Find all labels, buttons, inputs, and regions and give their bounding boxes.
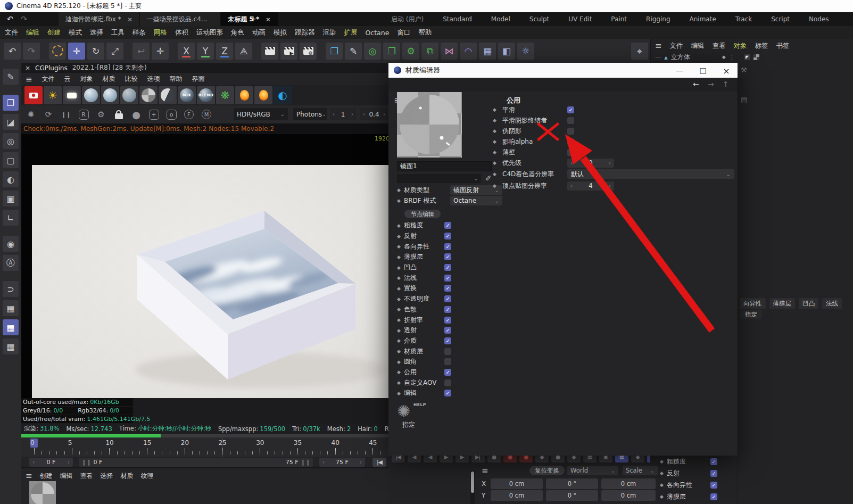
visibility-dots-icon[interactable] (729, 54, 735, 61)
material-channel-row[interactable]: 反射 (397, 231, 487, 242)
workspace-tab[interactable]: UV Edit (568, 15, 592, 23)
visibility-dot-icon[interactable] (722, 54, 726, 60)
add-deformer-button[interactable] (402, 43, 419, 60)
material-channel-row[interactable]: 折射率 (397, 315, 487, 325)
channel-checkbox[interactable] (710, 470, 717, 477)
rotate-tool-button[interactable] (87, 43, 104, 60)
channel-checkbox[interactable] (710, 458, 717, 465)
redo-button[interactable] (23, 43, 40, 60)
texture-tag-icon[interactable] (753, 54, 759, 60)
workspace-tab[interactable]: Nodes (809, 15, 829, 23)
document-tab[interactable]: 一些场景摆设品.c4... (140, 12, 221, 26)
assign-label[interactable]: 指定 (402, 420, 415, 429)
object-manager-menu-item[interactable]: 查看 (713, 42, 726, 51)
material-channel-row[interactable]: 粗糙度 (397, 220, 487, 231)
glossy-material-icon[interactable] (101, 86, 119, 104)
attribute-channel-row[interactable]: 粗糙度 (660, 456, 738, 467)
diffuse-material-icon[interactable] (82, 86, 100, 104)
live-viewer-menu-item[interactable]: 云 (64, 75, 71, 84)
channel-checkbox[interactable] (710, 493, 717, 500)
move-tool-secondary-button[interactable] (152, 43, 169, 60)
close-panel-icon[interactable]: × (25, 64, 30, 72)
minimize-icon[interactable] (675, 66, 684, 75)
sun-light-icon[interactable] (44, 86, 62, 104)
scrollbar-thumb[interactable] (471, 472, 474, 493)
menu-item[interactable]: 编辑 (26, 28, 39, 37)
menu-item[interactable]: Octane (366, 29, 390, 37)
menu-item[interactable]: 选择 (90, 28, 103, 37)
menu-item[interactable]: 网格 (154, 28, 167, 37)
material-channel-row[interactable]: 法线 (397, 272, 487, 283)
hamburger-icon[interactable] (482, 466, 488, 476)
material-channel-row[interactable]: 公用 (397, 367, 487, 378)
symmetry-button[interactable] (441, 43, 458, 60)
close-tab-icon[interactable]: × (128, 16, 132, 23)
workspace-tab[interactable]: Animate (690, 15, 716, 23)
render-camera-icon[interactable] (24, 86, 43, 104)
scale-field[interactable]: 0 cm (601, 490, 656, 501)
menu-item[interactable]: 运动图形 (196, 28, 223, 37)
channel-checkbox[interactable] (444, 264, 451, 271)
colorspace-dropdown[interactable]: HDR/sRGB (234, 108, 288, 120)
blend-material-icon[interactable]: BLEND (197, 86, 215, 104)
menu-item[interactable]: 工具 (111, 28, 125, 37)
object-manager-menu-item[interactable]: 对象 (734, 42, 747, 51)
document-tab[interactable]: 未标题 5 * × (221, 12, 278, 26)
menu-item[interactable]: 窗口 (397, 28, 410, 37)
channel-checkbox[interactable] (444, 243, 451, 250)
position-field[interactable]: 0 cm (491, 490, 543, 501)
menu-item[interactable]: 样条 (132, 28, 146, 37)
spline-pen-button[interactable] (345, 43, 362, 60)
material-channel-row[interactable]: 色散 (397, 304, 487, 315)
bend-deformer-button[interactable] (460, 43, 477, 60)
workspace-tab[interactable]: Standard (443, 15, 472, 23)
menu-item[interactable]: 帮助 (418, 28, 432, 37)
property-checkbox[interactable] (567, 106, 574, 113)
zoom-in-icon[interactable]: + (146, 108, 161, 121)
material-channel-row[interactable]: 置换 (397, 283, 487, 294)
scale-tool-button[interactable] (106, 43, 123, 60)
workspace-tab[interactable]: Model (491, 15, 510, 23)
vdb-fire-icon[interactable] (235, 86, 253, 104)
object-name-label[interactable]: 立方体 (671, 53, 690, 62)
samples-stepper[interactable]: 1 (330, 108, 356, 120)
document-tab[interactable]: 迪迦骨骼绑定.fbx * × (59, 12, 140, 26)
hamburger-icon[interactable] (655, 41, 662, 51)
material-manager-menu-item[interactable]: 编辑 (60, 472, 73, 481)
channel-checkbox[interactable] (444, 253, 451, 260)
attribute-channel-row[interactable]: 各向异性 (660, 479, 738, 491)
channel-checkbox[interactable] (444, 358, 451, 365)
shader-resolution-dropdown[interactable]: 默认 (567, 169, 734, 179)
restart-render-icon[interactable] (41, 108, 56, 121)
lock-y-axis-button[interactable]: Y (197, 43, 214, 60)
up-icon[interactable] (723, 80, 729, 88)
node-editor-button[interactable]: 节点编辑 (404, 210, 441, 218)
workplane-snap-button[interactable] (631, 43, 648, 60)
position-field[interactable]: 0 cm (491, 478, 543, 489)
channel-checkbox[interactable] (444, 275, 451, 282)
material-channel-row[interactable]: 薄膜层 (397, 252, 487, 262)
material-manager-menu-item[interactable]: 选择 (101, 472, 113, 481)
object-row[interactable]: ·— 立方体 (654, 52, 851, 62)
menu-item[interactable]: 动画 (252, 28, 266, 37)
material-channel-row[interactable]: 编辑 (397, 388, 487, 399)
panel-title[interactable]: CGPlugins (35, 64, 68, 72)
corner-tool-button[interactable] (3, 210, 19, 226)
material-picker-icon[interactable]: M (199, 108, 214, 121)
menu-item[interactable]: 模式 (69, 28, 82, 37)
rounded-cube-tool-button[interactable] (3, 152, 19, 168)
add-spline-button[interactable] (364, 43, 381, 60)
menu-item[interactable]: 扩展 (344, 28, 358, 37)
light-button[interactable] (517, 43, 534, 60)
channel-checkbox[interactable] (444, 306, 451, 313)
model-mode-button[interactable] (3, 95, 19, 111)
menu-item[interactable]: 创建 (47, 28, 61, 37)
material-channel-row[interactable]: 圆角 (397, 357, 487, 367)
close-tab-icon[interactable]: × (266, 16, 270, 23)
live-viewer-menu-item[interactable]: 材质 (103, 75, 115, 84)
go-to-start-button[interactable] (372, 458, 386, 467)
hook-tool-button[interactable] (3, 281, 19, 297)
material-channel-row[interactable]: 自定义AOV (397, 377, 487, 388)
menu-item[interactable]: 跟踪器 (295, 28, 315, 37)
channel-checkbox[interactable] (444, 337, 451, 344)
